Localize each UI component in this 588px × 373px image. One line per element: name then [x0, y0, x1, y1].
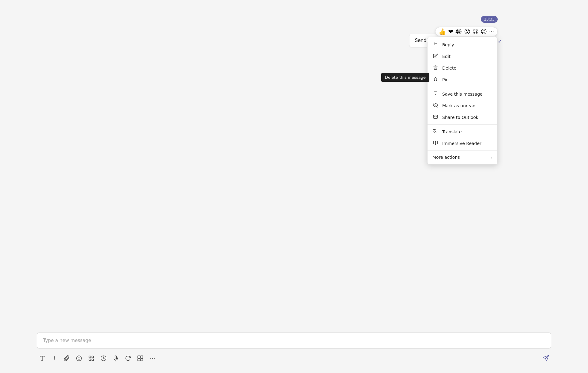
menu-item-more-actions[interactable]: More actions › — [428, 152, 497, 162]
attach-icon[interactable] — [61, 353, 72, 364]
svg-point-21 — [150, 358, 151, 359]
menu-label-translate: Translate — [442, 129, 462, 134]
menu-item-edit[interactable]: Edit — [428, 51, 497, 62]
menu-label-unread: Mark as unread — [442, 103, 476, 108]
svg-rect-13 — [92, 359, 94, 361]
menu-label-outlook: Share to Outlook — [442, 115, 478, 120]
svg-rect-11 — [92, 356, 94, 358]
message-timestamp: 23:33 — [481, 16, 498, 23]
loop-icon[interactable] — [86, 353, 97, 364]
message-input-area: Type a new message — [37, 333, 551, 348]
svg-point-23 — [154, 358, 155, 359]
svg-rect-19 — [138, 359, 140, 361]
menu-item-translate[interactable]: Translate — [428, 126, 497, 138]
reaction-angry[interactable]: 😡 — [481, 29, 487, 35]
context-menu: Reply Edit Delete — [427, 37, 498, 165]
menu-label-immersive: Immersive Reader — [442, 141, 481, 146]
reaction-surprised[interactable]: 😮 — [464, 29, 470, 35]
menu-divider-1 — [428, 87, 497, 87]
menu-item-immersive[interactable]: Immersive Reader — [428, 138, 497, 149]
format-icon[interactable] — [37, 353, 48, 364]
mail-icon — [432, 114, 439, 120]
svg-rect-20 — [141, 359, 143, 361]
svg-point-0 — [490, 31, 490, 32]
reply-icon — [432, 42, 439, 48]
voice-icon[interactable] — [110, 353, 121, 364]
menu-divider-2 — [428, 124, 497, 125]
toolbar — [37, 353, 551, 364]
svg-point-1 — [491, 31, 492, 32]
svg-rect-10 — [89, 356, 91, 358]
menu-label-save: Save this message — [442, 92, 483, 97]
svg-point-22 — [152, 358, 153, 359]
menu-item-reply[interactable]: Reply — [428, 39, 497, 51]
reload-icon[interactable] — [123, 353, 134, 364]
edit-icon — [432, 53, 439, 59]
delete-tooltip: Delete this message — [381, 73, 429, 82]
reaction-sad[interactable]: 😢 — [472, 29, 479, 35]
menu-item-outlook[interactable]: Share to Outlook — [428, 112, 497, 123]
message-input[interactable]: Type a new message — [37, 333, 551, 348]
svg-rect-12 — [89, 359, 91, 361]
menu-divider-3 — [428, 150, 497, 151]
send-button[interactable] — [540, 353, 551, 364]
pin-icon — [432, 77, 439, 83]
menu-label-delete: Delete — [442, 66, 456, 70]
menu-item-save[interactable]: Save this message — [428, 88, 497, 100]
emoji-toolbar-icon[interactable] — [74, 353, 85, 364]
menu-label-more: More actions — [432, 155, 460, 160]
reaction-thumbsup[interactable]: 👍 — [439, 29, 446, 35]
menu-item-delete[interactable]: Delete — [428, 62, 497, 74]
menu-label-edit: Edit — [442, 54, 450, 59]
chat-area: 23:33 👍 ❤️ 😂 😮 😢 😡 Sending a test chat m… — [0, 0, 588, 373]
eye-off-icon — [432, 103, 439, 109]
message-check-icon: ✓ — [498, 38, 502, 44]
book-icon — [432, 140, 439, 147]
svg-point-2 — [493, 31, 493, 32]
important-icon[interactable] — [49, 353, 60, 364]
reaction-bar: 👍 ❤️ 😂 😮 😢 😡 — [435, 27, 498, 36]
svg-rect-17 — [138, 356, 140, 358]
bookmark-icon — [432, 91, 439, 97]
trash-icon — [432, 65, 439, 71]
svg-point-6 — [54, 360, 55, 360]
chevron-right-icon: › — [491, 155, 492, 160]
reaction-laugh[interactable]: 😂 — [455, 29, 462, 35]
schedule-icon[interactable] — [98, 353, 109, 364]
apps-icon[interactable] — [135, 353, 146, 364]
menu-label-pin: Pin — [442, 77, 449, 82]
more-toolbar-icon[interactable] — [147, 353, 158, 364]
menu-item-pin[interactable]: Pin — [428, 74, 497, 86]
translate-icon — [432, 129, 439, 135]
svg-rect-18 — [141, 356, 143, 358]
menu-item-unread[interactable]: Mark as unread — [428, 100, 497, 112]
reaction-heart[interactable]: ❤️ — [448, 29, 453, 35]
svg-point-7 — [77, 356, 82, 361]
menu-label-reply: Reply — [442, 42, 454, 47]
reaction-more-button[interactable] — [489, 29, 494, 34]
